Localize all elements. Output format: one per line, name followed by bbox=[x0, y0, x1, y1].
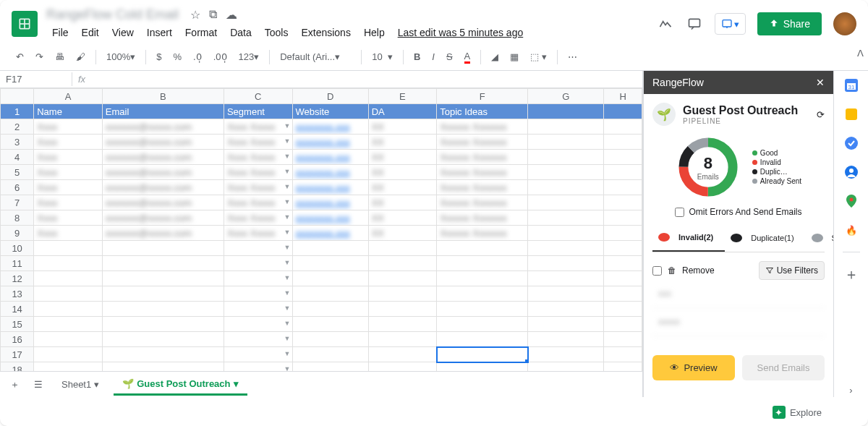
cell[interactable] bbox=[528, 226, 604, 241]
cell[interactable]: Xxxxxx Xxxxxxx bbox=[437, 150, 528, 165]
cell[interactable]: XX bbox=[368, 226, 437, 241]
cell[interactable]: xxxxxxx@xxxxx.com bbox=[102, 150, 224, 165]
col-header[interactable]: G bbox=[528, 89, 604, 104]
merge-button[interactable]: ⬚ ▾ bbox=[526, 48, 551, 65]
number-format-select[interactable]: 123▾ bbox=[234, 48, 264, 65]
cell[interactable] bbox=[34, 286, 103, 302]
bold-button[interactable]: B bbox=[409, 48, 425, 65]
cell[interactable] bbox=[102, 256, 224, 271]
cell[interactable] bbox=[102, 286, 224, 302]
cell[interactable] bbox=[292, 256, 368, 271]
cell[interactable] bbox=[34, 317, 103, 332]
cell[interactable] bbox=[437, 362, 528, 372]
cell[interactable] bbox=[604, 302, 642, 317]
keep-icon[interactable] bbox=[844, 107, 859, 122]
col-header[interactable]: D bbox=[292, 89, 368, 104]
addon-icon[interactable]: 🔥 bbox=[844, 223, 859, 237]
cell[interactable] bbox=[34, 271, 103, 286]
list-item[interactable]: xxxxx bbox=[652, 308, 825, 336]
font-size-select[interactable]: 10 ▾ bbox=[367, 48, 397, 65]
cell[interactable]: Xxxx Xxxxx▼ bbox=[224, 195, 292, 210]
menu-extensions[interactable]: Extensions bbox=[295, 24, 356, 41]
explore-button[interactable]: ✦Explore bbox=[765, 401, 829, 423]
cell[interactable] bbox=[437, 241, 528, 256]
cell[interactable]: xxxxxxx@xxxxx.com bbox=[102, 195, 224, 210]
row-header[interactable]: 16 bbox=[1, 332, 34, 347]
cell[interactable] bbox=[604, 286, 642, 302]
cell[interactable]: Xxxxxx Xxxxxxx bbox=[437, 210, 528, 226]
row-header[interactable]: 7 bbox=[1, 195, 34, 210]
cell[interactable]: XX bbox=[368, 119, 437, 135]
cell[interactable] bbox=[292, 347, 368, 362]
cell[interactable] bbox=[528, 104, 604, 119]
cell[interactable] bbox=[528, 362, 604, 372]
cell[interactable]: Xxxx Xxxxx▼ bbox=[224, 210, 292, 226]
cell[interactable]: Xxxx Xxxxx▼ bbox=[224, 135, 292, 150]
redo-icon[interactable]: ↷ bbox=[31, 48, 48, 65]
sheet-tab-1[interactable]: Sheet1 ▾ bbox=[53, 375, 108, 394]
cell[interactable]: Website bbox=[292, 104, 368, 119]
cell[interactable] bbox=[604, 332, 642, 347]
comments-icon[interactable] bbox=[686, 15, 703, 33]
strike-button[interactable]: S bbox=[442, 48, 457, 65]
name-box[interactable]: F17 bbox=[0, 72, 72, 86]
add-addon-icon[interactable]: ＋ bbox=[844, 267, 859, 281]
cloud-icon[interactable]: ☁ bbox=[226, 8, 237, 22]
tasks-icon[interactable] bbox=[844, 136, 859, 150]
cell[interactable] bbox=[604, 119, 642, 135]
menu-data[interactable]: Data bbox=[224, 24, 258, 41]
sheets-logo[interactable] bbox=[12, 11, 38, 37]
share-button[interactable]: Share bbox=[757, 12, 822, 35]
cell[interactable]: Xxxx bbox=[34, 135, 103, 150]
cell[interactable] bbox=[368, 332, 437, 347]
cell[interactable]: ▼ bbox=[224, 271, 292, 286]
col-header[interactable]: F bbox=[437, 89, 528, 104]
cell[interactable]: XX bbox=[368, 195, 437, 210]
cell[interactable] bbox=[437, 302, 528, 317]
cell[interactable] bbox=[437, 317, 528, 332]
maps-icon[interactable] bbox=[844, 194, 859, 208]
row-header[interactable]: 5 bbox=[1, 165, 34, 180]
row-header[interactable]: 15 bbox=[1, 317, 34, 332]
row-header[interactable]: 6 bbox=[1, 180, 34, 195]
cell[interactable]: XX bbox=[368, 135, 437, 150]
col-header[interactable] bbox=[1, 89, 34, 104]
cell[interactable]: ▼ bbox=[224, 362, 292, 372]
cell[interactable] bbox=[437, 256, 528, 271]
row-header[interactable]: 10 bbox=[1, 241, 34, 256]
cell[interactable]: Xxxxxx Xxxxxxx bbox=[437, 135, 528, 150]
cell[interactable] bbox=[528, 150, 604, 165]
col-header[interactable]: B bbox=[102, 89, 224, 104]
chevron-right-icon[interactable]: › bbox=[844, 383, 859, 397]
cell[interactable]: ▼ bbox=[224, 317, 292, 332]
menu-view[interactable]: View bbox=[106, 24, 140, 41]
cell[interactable] bbox=[292, 362, 368, 372]
omit-errors-checkbox[interactable] bbox=[675, 208, 684, 217]
cell[interactable] bbox=[368, 286, 437, 302]
cell[interactable]: xxxxxxxx.xxx bbox=[292, 180, 368, 195]
cell[interactable]: XX bbox=[368, 165, 437, 180]
menu-help[interactable]: Help bbox=[358, 24, 391, 41]
cell[interactable] bbox=[34, 347, 103, 362]
cell[interactable]: Xxxx Xxxxx▼ bbox=[224, 119, 292, 135]
italic-button[interactable]: I bbox=[427, 48, 439, 65]
tab-invalid[interactable]: Invalid(2) bbox=[652, 224, 725, 252]
calendar-icon[interactable]: 31 bbox=[844, 78, 859, 93]
decrease-decimal-button[interactable]: .0̩ bbox=[189, 48, 206, 65]
more-button[interactable]: ⋯ bbox=[563, 48, 582, 65]
cell[interactable] bbox=[528, 165, 604, 180]
cell[interactable] bbox=[34, 256, 103, 271]
col-header[interactable]: H bbox=[604, 89, 642, 104]
user-avatar[interactable] bbox=[833, 12, 856, 35]
cell[interactable] bbox=[604, 226, 642, 241]
text-color-button[interactable]: A bbox=[460, 48, 475, 67]
row-header[interactable]: 9 bbox=[1, 226, 34, 241]
cell[interactable] bbox=[528, 180, 604, 195]
cell[interactable]: Name bbox=[34, 104, 103, 119]
cell[interactable]: xxxxxxx@xxxxx.com bbox=[102, 119, 224, 135]
cell[interactable] bbox=[368, 347, 437, 362]
list-item[interactable]: xxx bbox=[652, 280, 825, 308]
row-header[interactable]: 14 bbox=[1, 302, 34, 317]
cell[interactable]: XX bbox=[368, 210, 437, 226]
cell[interactable]: xxxxxxx@xxxxx.com bbox=[102, 210, 224, 226]
